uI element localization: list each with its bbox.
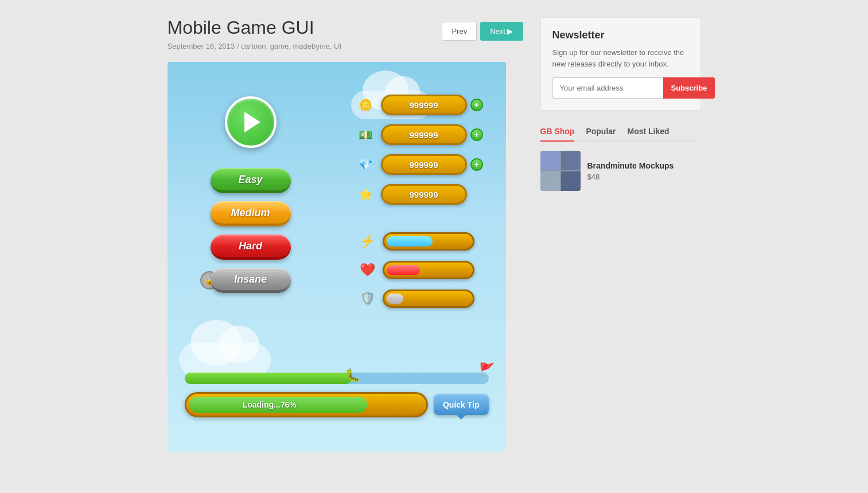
finish-flag: 🚩 bbox=[479, 362, 495, 377]
worm-character: 🐛 bbox=[345, 368, 360, 383]
game-screenshot: Easy Medium Hard 🔒 Insane 🪙 999999 + bbox=[168, 62, 506, 452]
gem-bar: 999999 bbox=[381, 154, 467, 175]
quick-tip-button[interactable]: Quick Tip bbox=[434, 394, 489, 415]
prev-button[interactable]: Prev bbox=[442, 22, 477, 41]
tab-most-liked[interactable]: Most Liked bbox=[628, 122, 670, 142]
cash-icon: 💵 bbox=[355, 123, 377, 146]
easy-button[interactable]: Easy bbox=[211, 168, 291, 193]
coin-icon: 🪙 bbox=[355, 93, 377, 116]
health-fill bbox=[387, 265, 420, 275]
tab-popular[interactable]: Popular bbox=[586, 122, 616, 142]
resource-gems: 💎 999999 + bbox=[355, 153, 483, 176]
star-bar: 999999 bbox=[381, 184, 467, 205]
post-title-area: Mobile Game GUI September 16, 2013 / car… bbox=[168, 17, 342, 50]
email-input[interactable] bbox=[552, 77, 663, 99]
loading-bar: Loading...76% bbox=[185, 392, 428, 417]
coin-add-button[interactable]: + bbox=[470, 99, 483, 111]
newsletter-title: Newsletter bbox=[552, 29, 689, 41]
sidebar: Newsletter Sign up for our newsletter to… bbox=[540, 17, 701, 452]
coin-bar: 999999 bbox=[381, 95, 467, 115]
cash-value: 999999 bbox=[388, 130, 460, 140]
resource-counters: 🪙 999999 + 💵 999999 + 💎 999999 bbox=[355, 93, 483, 206]
shield-icon: 🛡️ bbox=[357, 288, 378, 309]
loading-area: Loading...76% Quick Tip bbox=[185, 392, 489, 417]
thumb-cell-4 bbox=[561, 171, 581, 191]
cloud-decoration-2 bbox=[179, 343, 271, 377]
post-title: Mobile Game GUI bbox=[168, 17, 342, 38]
newsletter-widget: Newsletter Sign up for our newsletter to… bbox=[540, 17, 701, 111]
tab-gb-shop[interactable]: GB Shop bbox=[540, 122, 575, 142]
product-thumbnail[interactable] bbox=[540, 151, 581, 191]
main-content: Mobile Game GUI September 16, 2013 / car… bbox=[168, 17, 523, 452]
product-info: Brandminute Mockups $48 bbox=[587, 161, 701, 181]
health-bar bbox=[383, 261, 474, 279]
energy-bar bbox=[383, 232, 474, 251]
hard-button[interactable]: Hard bbox=[211, 234, 291, 260]
cash-add-button[interactable]: + bbox=[470, 128, 483, 141]
gem-value: 999999 bbox=[388, 160, 460, 170]
post-date: September 16, 2013 bbox=[168, 42, 235, 50]
newsletter-form: Subscribe bbox=[552, 77, 689, 99]
worm-track: 🐛 🚩 bbox=[185, 373, 489, 384]
stat-health: ❤️ bbox=[357, 260, 474, 280]
star-value: 999999 bbox=[388, 190, 460, 199]
next-button[interactable]: Next ▶ bbox=[480, 22, 523, 41]
cash-bar: 999999 bbox=[381, 124, 467, 145]
worm-progress-fill: 🐛 bbox=[185, 373, 352, 384]
post-tags: cartoon, game, madebyme, UI bbox=[241, 42, 341, 50]
energy-fill bbox=[387, 236, 433, 246]
star-icon: ⭐ bbox=[355, 183, 377, 206]
thumb-cell-3 bbox=[540, 171, 560, 191]
resource-coins: 🪙 999999 + bbox=[355, 93, 483, 116]
sidebar-tabs-section: GB Shop Popular Most Liked Brandminute M… bbox=[540, 122, 701, 191]
medium-button[interactable]: Medium bbox=[211, 201, 291, 226]
play-button[interactable] bbox=[225, 96, 277, 148]
difficulty-buttons: Easy Medium Hard 🔒 Insane bbox=[211, 168, 291, 293]
nav-buttons: Prev Next ▶ bbox=[442, 22, 523, 41]
thumb-cell-1 bbox=[540, 151, 560, 170]
loading-fill: Loading...76% bbox=[189, 397, 367, 413]
stat-bars: ⚡ ❤️ 🛡️ bbox=[357, 231, 474, 309]
gem-icon: 💎 bbox=[355, 153, 377, 176]
product-name[interactable]: Brandminute Mockups bbox=[587, 161, 701, 170]
sidebar-tabs: GB Shop Popular Most Liked bbox=[540, 122, 701, 142]
stat-energy: ⚡ bbox=[357, 231, 474, 252]
product-card: Brandminute Mockups $48 bbox=[540, 151, 701, 191]
insane-button[interactable]: Insane bbox=[211, 268, 291, 293]
stat-shield: 🛡️ bbox=[357, 288, 474, 309]
coin-value: 999999 bbox=[388, 100, 460, 110]
play-icon bbox=[244, 112, 260, 132]
newsletter-description: Sign up for our newsletter to receive th… bbox=[552, 47, 689, 69]
page-wrapper: Mobile Game GUI September 16, 2013 / car… bbox=[0, 0, 868, 469]
insane-button-wrapper: 🔒 Insane bbox=[211, 268, 291, 293]
energy-icon: ⚡ bbox=[357, 231, 378, 252]
thumb-cell-2 bbox=[561, 151, 581, 170]
shield-fill bbox=[387, 294, 403, 304]
resource-stars: ⭐ 999999 bbox=[355, 183, 483, 206]
gem-add-button[interactable]: + bbox=[470, 158, 483, 171]
product-price: $48 bbox=[587, 173, 701, 181]
post-header: Mobile Game GUI September 16, 2013 / car… bbox=[168, 17, 523, 50]
bottom-section: 🐛 🚩 Loading...76% Quick Tip bbox=[185, 373, 489, 417]
post-meta: September 16, 2013 / cartoon, game, made… bbox=[168, 42, 342, 50]
shield-bar bbox=[383, 289, 474, 308]
subscribe-button[interactable]: Subscribe bbox=[663, 77, 715, 99]
resource-cash: 💵 999999 + bbox=[355, 123, 483, 146]
health-icon: ❤️ bbox=[357, 260, 378, 280]
loading-text: Loading...76% bbox=[243, 400, 314, 409]
